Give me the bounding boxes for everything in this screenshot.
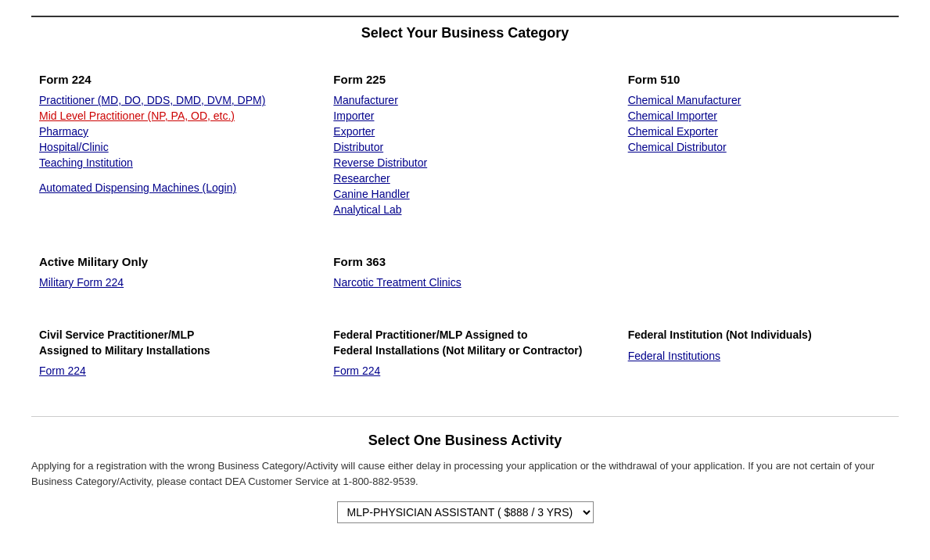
active-military-links: Military Form 224 (39, 276, 302, 289)
select-wrapper: MLP-PHYSICIAN ASSISTANT ( $888 / 3 YRS) (31, 501, 899, 523)
researcher-link[interactable]: Researcher (333, 172, 596, 185)
select-activity-title: Select One Business Activity (31, 433, 899, 449)
reverse-distributor-link[interactable]: Reverse Distributor (333, 156, 596, 169)
hospital-clinic-link[interactable]: Hospital/Clinic (39, 141, 302, 153)
form510-title: Form 510 (628, 73, 891, 86)
importer-link[interactable]: Importer (333, 109, 596, 122)
civil-service-links: Form 224 (39, 364, 302, 377)
section-divider (31, 416, 899, 417)
form225-section: Form 225 Manufacturer Importer Exporter … (325, 65, 604, 224)
page-title: Select Your Business Category (31, 25, 899, 41)
exporter-link[interactable]: Exporter (333, 125, 596, 138)
chemical-manufacturer-link[interactable]: Chemical Manufacturer (628, 94, 891, 106)
federal-institution-title: Federal Institution (Not Individuals) (628, 328, 891, 343)
automated-dispensing-link[interactable]: Automated Dispensing Machines (Login) (39, 181, 302, 194)
narcotic-treatment-link[interactable]: Narcotic Treatment Clinics (333, 276, 596, 289)
chemical-importer-link[interactable]: Chemical Importer (628, 109, 891, 122)
federal-practitioner-title: Federal Practitioner/MLP Assigned to Fed… (333, 328, 596, 358)
distributor-link[interactable]: Distributor (333, 141, 596, 153)
federal-practitioner-links: Form 224 (333, 364, 596, 377)
federal-institution-links: Federal Institutions (628, 350, 891, 362)
business-activity-select[interactable]: MLP-PHYSICIAN ASSISTANT ( $888 / 3 YRS) (337, 501, 594, 523)
mid-level-practitioner-link[interactable]: Mid Level Practitioner (NP, PA, OD, etc.… (39, 109, 302, 122)
pharmacy-link[interactable]: Pharmacy (39, 125, 302, 138)
active-military-title: Active Military Only (39, 255, 302, 268)
form225-title: Form 225 (333, 73, 596, 86)
form225-links: Manufacturer Importer Exporter Distribut… (333, 94, 596, 216)
lower-empty-col (620, 247, 899, 296)
practitioner-link[interactable]: Practitioner (MD, DO, DDS, DMD, DVM, DPM… (39, 94, 302, 106)
canine-handler-link[interactable]: Canine Handler (333, 188, 596, 200)
form510-links: Chemical Manufacturer Chemical Importer … (628, 94, 891, 153)
teaching-institution-link[interactable]: Teaching Institution (39, 156, 302, 169)
warning-text: Applying for a registration with the wro… (31, 458, 899, 489)
manufacturer-link[interactable]: Manufacturer (333, 94, 596, 106)
form363-links: Narcotic Treatment Clinics (333, 276, 596, 289)
top-border (31, 16, 899, 17)
form224-section: Form 224 Practitioner (MD, DO, DDS, DMD,… (31, 65, 310, 224)
civil-service-section: Civil Service Practitioner/MLP Assigned … (31, 320, 310, 385)
form224-links: Practitioner (MD, DO, DDS, DMD, DVM, DPM… (39, 94, 302, 169)
active-military-section: Active Military Only Military Form 224 (31, 247, 310, 296)
federal-institutions-link[interactable]: Federal Institutions (628, 350, 891, 362)
civil-service-title: Civil Service Practitioner/MLP Assigned … (39, 328, 302, 358)
form510-section: Form 510 Chemical Manufacturer Chemical … (620, 65, 899, 224)
page-container: Select Your Business Category Form 224 P… (0, 0, 930, 555)
civil-service-form224-link[interactable]: Form 224 (39, 364, 302, 377)
form224-title: Form 224 (39, 73, 302, 86)
form224-extra-links: Automated Dispensing Machines (Login) (39, 181, 302, 194)
form363-section: Form 363 Narcotic Treatment Clinics (325, 247, 604, 296)
form363-title: Form 363 (333, 255, 596, 268)
military-form-224-link[interactable]: Military Form 224 (39, 276, 302, 289)
federal-practitioner-form224-link[interactable]: Form 224 (333, 364, 596, 377)
categories-grid: Form 224 Practitioner (MD, DO, DDS, DMD,… (31, 65, 899, 224)
lower-sections: Active Military Only Military Form 224 F… (31, 247, 899, 296)
chemical-distributor-link[interactable]: Chemical Distributor (628, 141, 891, 153)
bottom-sections: Civil Service Practitioner/MLP Assigned … (31, 320, 899, 385)
analytical-lab-link[interactable]: Analytical Lab (333, 203, 596, 216)
federal-practitioner-section: Federal Practitioner/MLP Assigned to Fed… (325, 320, 604, 385)
federal-institution-section: Federal Institution (Not Individuals) Fe… (620, 320, 899, 385)
chemical-exporter-link[interactable]: Chemical Exporter (628, 125, 891, 138)
